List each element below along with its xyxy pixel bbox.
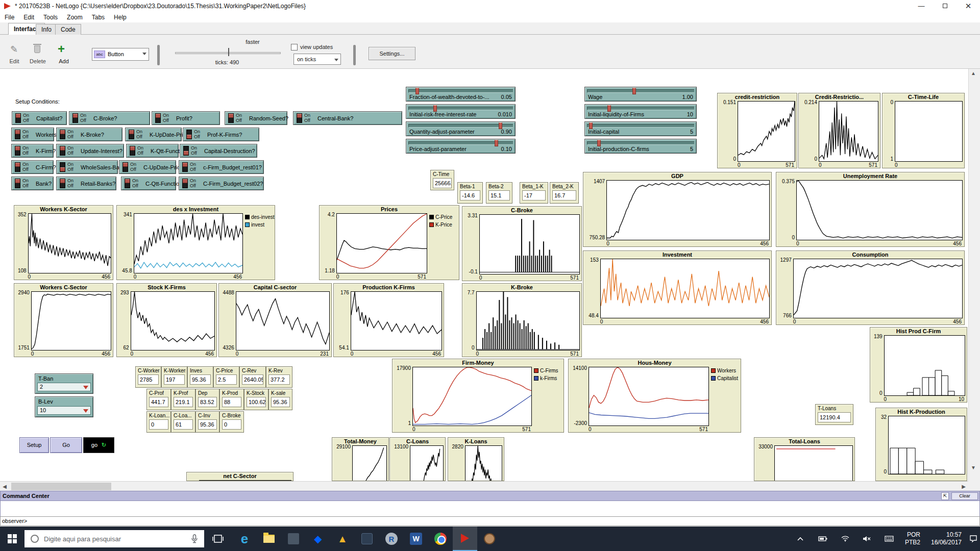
- toggle-slot[interactable]: [15, 162, 20, 172]
- dropbox-icon[interactable]: ◆: [306, 527, 330, 551]
- toggle-slot[interactable]: [186, 130, 192, 139]
- toggle-slot[interactable]: [60, 146, 65, 156]
- command-center-expand-icon[interactable]: ⇱: [941, 492, 949, 500]
- vertical-scrollbar[interactable]: ▲ ▼: [968, 69, 978, 481]
- switch-k-broke[interactable]: OnOffK-Broke?: [56, 128, 122, 141]
- slider-fraction-of-wealth-devoted-to[interactable]: Fraction-of-wealth-devoted-to-...0.05: [406, 87, 516, 102]
- battery-icon[interactable]: [813, 527, 833, 551]
- slider-initial-production-c-firms[interactable]: Initial-production-C-firms5: [584, 139, 697, 154]
- switch-c-update-price[interactable]: OnOffC-UpDate-Price?: [119, 160, 176, 174]
- switch-capital-destruction[interactable]: OnOffCapital-Destruction?: [180, 144, 257, 158]
- switch-prof-k-firms[interactable]: OnOffProf-K-Firms?: [183, 128, 259, 141]
- switch-wholesales-banks[interactable]: OnOffWholeSales-Banks?: [56, 160, 118, 174]
- switch-update-interest[interactable]: OnOffUpdate-Interest?: [56, 144, 124, 158]
- toggle-knob-icon[interactable]: [60, 130, 65, 134]
- edge-icon[interactable]: e: [232, 527, 257, 551]
- speaker-muted-icon[interactable]: [856, 527, 877, 551]
- switch-bank[interactable]: OnOffBank?: [11, 177, 54, 190]
- delete-button[interactable]: Delete: [27, 58, 49, 64]
- chooser-b-lev[interactable]: B-Lev10: [35, 396, 93, 417]
- toggle-knob-icon[interactable]: [15, 130, 20, 134]
- gimp-icon[interactable]: [477, 527, 502, 551]
- menu-item-tools[interactable]: Tools: [39, 14, 62, 21]
- menu-item-file[interactable]: File: [0, 14, 19, 21]
- toggle-slot[interactable]: [125, 179, 130, 188]
- command-center-clear-button[interactable]: Clear: [951, 492, 978, 500]
- switch-workers[interactable]: OnOffWorkers?: [11, 128, 54, 141]
- toggle-knob-icon[interactable]: [73, 114, 78, 118]
- chevron-up-icon[interactable]: [790, 527, 811, 551]
- toggle-knob-icon[interactable]: [15, 146, 20, 151]
- update-mode-dropdown[interactable]: on ticks: [293, 54, 341, 65]
- switch-random-seed[interactable]: OnOffRandom-Seed?: [225, 111, 287, 125]
- toggle-knob-icon[interactable]: [60, 167, 65, 171]
- chrome-icon[interactable]: [428, 527, 453, 551]
- toggle-slot[interactable]: [15, 130, 20, 139]
- scroll-up-icon[interactable]: ▲: [969, 69, 978, 78]
- chooser-value-field[interactable]: 2: [37, 383, 91, 391]
- toggle-slot[interactable]: [182, 162, 188, 172]
- wifi-icon[interactable]: [835, 527, 855, 551]
- edit-button[interactable]: Edit: [4, 58, 24, 64]
- rstudio-icon[interactable]: R: [379, 527, 404, 551]
- taskbar-search-input[interactable]: Digite aqui para pesquisar: [24, 530, 204, 547]
- slider-quantity-adjust-parameter[interactable]: Quantity-adjust-parameter0.90: [406, 121, 516, 136]
- menu-item-help[interactable]: Help: [109, 14, 131, 21]
- toggle-knob-icon[interactable]: [184, 151, 188, 155]
- toggle-knob-icon[interactable]: [183, 179, 187, 183]
- speed-slider-thumb[interactable]: [228, 48, 229, 56]
- file-explorer-icon[interactable]: [257, 527, 281, 551]
- toggle-slot[interactable]: [155, 113, 161, 123]
- menu-item-edit[interactable]: Edit: [19, 14, 39, 21]
- toggle-slot[interactable]: [182, 179, 188, 188]
- language-indicator[interactable]: PORPTB2: [901, 527, 924, 551]
- toggle-knob-icon[interactable]: [123, 163, 128, 167]
- task-view-button[interactable]: [206, 527, 230, 551]
- menu-item-zoom[interactable]: Zoom: [62, 14, 87, 21]
- slider-price-adjust-parameter[interactable]: Price-adjust-parameter0.10: [406, 139, 516, 154]
- slider-initial-capital[interactable]: Initial-capital5: [584, 121, 697, 136]
- scroll-right-icon[interactable]: ▶: [959, 482, 968, 491]
- clock-indicator[interactable]: 10:5716/06/2017: [926, 527, 966, 551]
- toggle-knob-icon[interactable]: [60, 146, 65, 151]
- slider-wage[interactable]: Wage1.00: [584, 87, 697, 102]
- toggle-slot[interactable]: [60, 130, 65, 139]
- settings-button[interactable]: Settings...: [369, 47, 415, 60]
- toggle-knob-icon[interactable]: [187, 135, 191, 139]
- tab-code[interactable]: Code: [55, 24, 81, 35]
- touch-keyboard-icon[interactable]: [879, 527, 899, 551]
- toggle-slot[interactable]: [228, 113, 234, 123]
- horizontal-scrollbar[interactable]: ◀ ▶: [0, 481, 968, 491]
- add-button[interactable]: Add: [54, 58, 74, 64]
- minimize-button[interactable]: —: [910, 0, 933, 12]
- scroll-down-icon[interactable]: ▼: [969, 463, 978, 472]
- maximize-button[interactable]: [933, 0, 957, 12]
- command-center-input[interactable]: observer>: [0, 516, 980, 526]
- toggle-slot[interactable]: [183, 146, 189, 156]
- toggle-slot[interactable]: [60, 179, 65, 188]
- toggle-slot[interactable]: [15, 146, 20, 156]
- switch-k-update-price[interactable]: OnOffK-UpDate-Price?: [125, 128, 182, 141]
- toggle-knob-icon[interactable]: [156, 114, 160, 118]
- toggle-knob-icon[interactable]: [125, 179, 130, 183]
- toggle-slot[interactable]: [15, 113, 21, 123]
- slider-thumb[interactable]: [495, 140, 498, 146]
- menu-item-tabs[interactable]: Tabs: [87, 14, 109, 21]
- slider-initial-liquidity-of-firms[interactable]: Initial-liquidity-of-Firms10: [584, 104, 697, 119]
- switch-capitalist[interactable]: OnOffCapitalist?: [12, 111, 67, 125]
- toggle-slot[interactable]: [15, 179, 20, 188]
- chooser-value-field[interactable]: 10: [37, 406, 91, 415]
- switch-c-qtt-function[interactable]: OnOffC-Qtt-Function?: [121, 177, 176, 190]
- netlogo-icon[interactable]: [453, 527, 477, 551]
- setup-button[interactable]: Setup: [19, 437, 49, 453]
- toggle-slot[interactable]: [297, 113, 302, 123]
- widget-type-dropdown[interactable]: abc Button: [92, 48, 149, 61]
- view-updates-checkbox[interactable]: [291, 44, 298, 51]
- toggle-knob-icon[interactable]: [15, 179, 20, 183]
- slider-thumb[interactable]: [632, 88, 636, 94]
- tab-info[interactable]: Info: [36, 24, 57, 35]
- toggle-knob-icon[interactable]: [60, 179, 65, 183]
- switch-central-bank[interactable]: OnOffCentral-Bank?: [293, 111, 402, 125]
- word-icon[interactable]: W: [404, 527, 428, 551]
- chooser-t-ban[interactable]: T-Ban2: [35, 373, 93, 394]
